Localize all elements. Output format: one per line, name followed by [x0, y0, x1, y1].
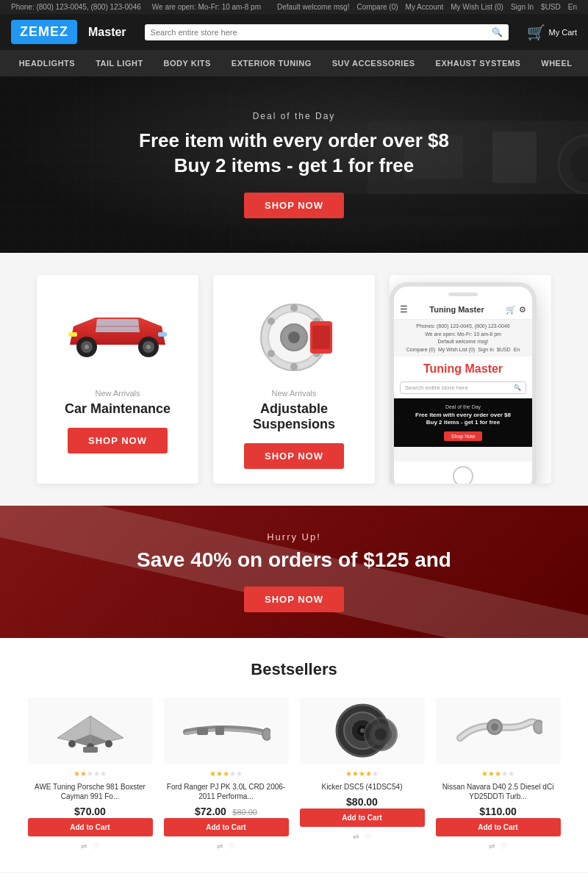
compare-icon-4[interactable]: ⇄: [489, 842, 495, 850]
header-title: Master: [88, 26, 126, 39]
product-icons-2: ⇄ ♡: [164, 842, 289, 850]
nav-item-accessories[interactable]: ACCESSORIES: [583, 50, 588, 76]
cart-icon: 🛒: [527, 24, 545, 41]
nav-item-suv-accessories[interactable]: SUV ACCESSORIES: [322, 50, 426, 76]
lang-selector[interactable]: En: [568, 3, 577, 11]
product-price-4: $110.00: [436, 805, 561, 818]
nav-item-new-arrivals[interactable]: NEW ARRIVALS: [0, 50, 9, 76]
logo[interactable]: ZEMEZ: [11, 20, 77, 44]
product-price-3: $80.00: [300, 795, 425, 808]
shop-now-button-2[interactable]: Shop Now: [244, 443, 344, 469]
product-card-1: ★★★★★ AWE Tuning Porsche 981 Boxster Cay…: [28, 698, 153, 850]
wishlist-icon-3[interactable]: ♡: [365, 833, 371, 841]
deal-label: Deal of the Day: [139, 111, 449, 121]
product-stars-4: ★★★★★: [436, 770, 561, 778]
svg-point-58: [491, 723, 498, 731]
svg-point-45: [262, 728, 270, 740]
mobile-mockup: ☰ Tuning Master 🛒 ⚙ Phones: (800) 123-00…: [390, 282, 537, 484]
wishlist-icon-1[interactable]: ♡: [93, 842, 99, 850]
add-to-cart-button-3[interactable]: Add to Cart: [300, 808, 425, 827]
bestsellers-section: Bestsellers ★★★★★ AWE Tuning Porsche 9: [0, 638, 588, 872]
shop-now-button-1[interactable]: Shop Now: [68, 428, 168, 453]
nav-item-tail-light[interactable]: TAIL LIGHT: [85, 50, 153, 76]
top-bar: Phone: (800) 123-0045, (800) 123-0046 We…: [0, 0, 588, 14]
add-to-cart-button-2[interactable]: Add to Cart: [164, 818, 289, 836]
cart-label: My Cart: [549, 28, 578, 37]
nav-item-headlights[interactable]: HEADLIGHTS: [9, 50, 86, 76]
product-name-1: AWE Tuning Porsche 981 Boxster Cayman 99…: [28, 782, 153, 801]
compare-icon-3[interactable]: ⇄: [353, 833, 359, 841]
add-to-cart-button-4[interactable]: Add to Cart: [436, 818, 561, 836]
top-bar-right: Default welcome msg! Compare (0) My Acco…: [277, 3, 577, 11]
compare-icon-2[interactable]: ⇄: [217, 842, 223, 850]
product-price-2: $72.00 $80.00: [164, 805, 289, 818]
svg-rect-16: [68, 332, 77, 337]
wishlist-icon-2[interactable]: ♡: [229, 842, 235, 850]
category-label-2: New Arrivals: [228, 389, 360, 398]
svg-point-52: [360, 728, 365, 733]
search-input[interactable]: [151, 28, 492, 37]
mobile-hours: We are open: Mo-Fr: 10 am-8 pm: [398, 331, 528, 339]
mobile-search[interactable]: Search entire store here 🔍: [400, 381, 526, 394]
mobile-brand-name: Master: [465, 362, 503, 375]
product-name-4: Nissan Navara D40 2.5 Diesel dCi YD25DDT…: [436, 782, 561, 801]
top-bar-left: Phone: (800) 123-0045, (800) 123-0046 We…: [11, 3, 261, 11]
signin-link[interactable]: Sign In: [511, 3, 534, 11]
search-bar[interactable]: 🔍: [145, 24, 509, 40]
mobile-brand: Tuning Master: [394, 356, 532, 381]
product-icons-3: ⇄ ♡: [300, 833, 425, 841]
mobile-welcome: Default welcome msg!: [398, 338, 528, 346]
hero-title: Free item with every order over $8 Buy 2…: [139, 129, 449, 179]
nav-item-body-kits[interactable]: BODY KITS: [154, 50, 221, 76]
compare-link[interactable]: Compare (0): [356, 3, 398, 11]
footer-section: Tuning Auto Parts & Accessories: [0, 873, 588, 882]
nav-item-exterior-tuning[interactable]: EXTERIOR TUNING: [221, 50, 322, 76]
main-nav: NEW ARRIVALS HEADLIGHTS TAIL LIGHT BODY …: [0, 50, 588, 76]
mobile-nav-row: Compare (0) My Wish List (0) Sign In $US…: [398, 346, 528, 354]
mobile-search-icon: 🔍: [514, 384, 521, 391]
mobile-search-placeholder: Search entire store here: [405, 384, 468, 391]
mobile-cta-button[interactable]: Shop Now: [444, 431, 482, 441]
hero-content: Deal of the Day Free item with every ord…: [139, 111, 449, 219]
category-label-1: New Arrivals: [51, 389, 184, 398]
hero-cta-button[interactable]: Shop Now: [244, 193, 344, 218]
svg-point-27: [288, 331, 300, 343]
category-title-2: Adjustable Suspensions: [228, 401, 360, 432]
mobile-app-title: Tuning Master: [429, 305, 484, 314]
promo-content: Hurry Up! Save 40% on orders of $125 and…: [137, 531, 451, 612]
svg-rect-47: [215, 726, 224, 735]
category-card-suspensions: New Arrivals Adjustable Suspensions Shop…: [213, 275, 375, 484]
mobile-content: ☰ Tuning Master 🛒 ⚙ Phones: (800) 123-00…: [394, 300, 532, 462]
svg-point-24: [268, 350, 275, 357]
nav-item-exhaust-systems[interactable]: EXHAUST SYSTEMS: [426, 50, 531, 76]
mobile-deal-label: Deal of the Day: [400, 404, 526, 409]
hours-info: We are open: Mo-Fr: 10 am-8 pm: [152, 3, 261, 11]
header: ZEMEZ Master 🔍 🛒 My Cart: [0, 14, 588, 50]
compare-icon-1[interactable]: ⇄: [81, 842, 87, 850]
product-img-1: [28, 698, 153, 764]
add-to-cart-button-1[interactable]: Add to Cart: [28, 818, 153, 836]
nav-item-wheel[interactable]: WHEEL: [531, 50, 582, 76]
product-actions-3: Add to Cart: [300, 808, 425, 827]
currency-selector[interactable]: $USD: [541, 3, 561, 11]
product-price-1: $70.00: [28, 805, 153, 818]
mobile-gear-icon: ⚙: [519, 305, 526, 315]
category-card-car-maintenance: New Arrivals Car Maintenance Shop Now: [37, 275, 198, 484]
suspension-image: [228, 290, 360, 378]
mobile-speaker: [448, 293, 478, 296]
product-stars-2: ★★★★★: [164, 770, 289, 778]
svg-point-20: [290, 304, 298, 312]
cart-area[interactable]: 🛒 My Cart: [527, 24, 578, 41]
svg-rect-29: [312, 326, 330, 349]
wishlist-icon-4[interactable]: ♡: [501, 842, 507, 850]
wishlist-link[interactable]: My Wish List (0): [451, 3, 503, 11]
phone-info: Phone: (800) 123-0045, (800) 123-0046: [11, 3, 141, 11]
svg-point-56: [534, 720, 542, 734]
promo-cta-button[interactable]: Shop Now: [244, 587, 344, 612]
promo-title: Save 40% on orders of $125 and: [137, 548, 451, 572]
category-title-1: Car Maintenance: [51, 401, 184, 417]
svg-point-25: [268, 318, 275, 325]
product-actions-2: Add to Cart: [164, 818, 289, 836]
product-img-4: [436, 698, 561, 764]
account-link[interactable]: My Account: [406, 3, 444, 11]
